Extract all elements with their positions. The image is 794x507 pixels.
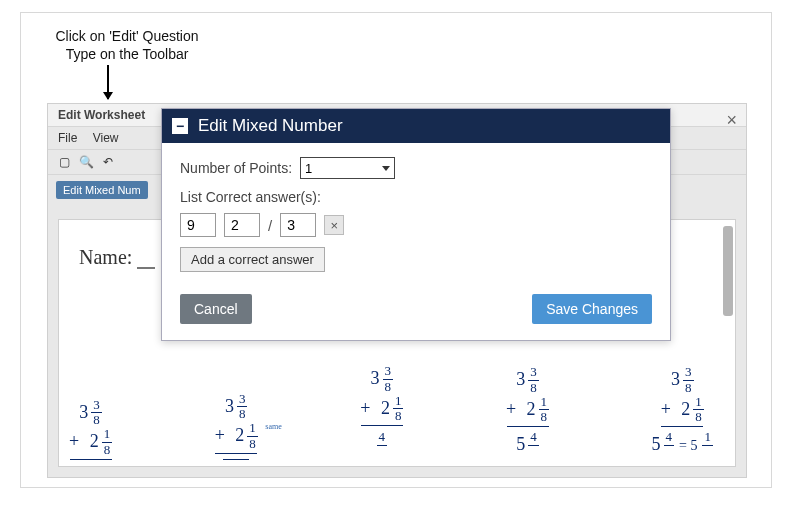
close-icon[interactable]: × — [726, 110, 737, 131]
points-row: Number of Points: — [180, 157, 652, 179]
cancel-button[interactable]: Cancel — [180, 294, 252, 324]
menu-view[interactable]: View — [93, 131, 119, 145]
answer-numerator-input[interactable] — [224, 213, 260, 237]
page-frame: Click on 'Edit' Question Type on the Too… — [20, 12, 772, 488]
annot-top: Click on 'Edit' Question Type on the Too… — [37, 27, 217, 63]
answer-row: / × — [180, 213, 652, 237]
modal-body: Number of Points: List Correct answer(s)… — [162, 143, 670, 284]
undo-icon[interactable]: ↶ — [100, 154, 116, 170]
answer-whole-input[interactable] — [180, 213, 216, 237]
zoom-icon[interactable]: 🔍 — [78, 154, 94, 170]
problem-3: 3 38 + 2 18 4 — [360, 364, 403, 460]
problem-1: 3 38 + 2 18 — [69, 398, 112, 460]
add-answer-button[interactable]: Add a correct answer — [180, 247, 325, 272]
save-button[interactable]: Save Changes — [532, 294, 652, 324]
active-tool-badge[interactable]: Edit Mixed Num — [56, 181, 148, 199]
tiny-label: same — [265, 423, 281, 432]
modal-title: Edit Mixed Number — [198, 116, 343, 136]
points-label: Number of Points: — [180, 160, 292, 176]
fraction-slash: / — [268, 217, 272, 234]
menu-file[interactable]: File — [58, 131, 77, 145]
remove-answer-button[interactable]: × — [324, 215, 344, 235]
problem-5: 3 38 + 2 18 5 4 = 5 1 — [652, 365, 713, 460]
modal-footer: Cancel Save Changes — [162, 284, 670, 340]
arrow-down-icon — [107, 65, 109, 99]
worksheet-name-label: Name: — [79, 246, 155, 269]
problem-4: 3 38 + 2 18 5 4 — [506, 365, 549, 460]
problem-2: 3 38 + 2 18 same — [215, 392, 258, 460]
points-select[interactable] — [300, 157, 395, 179]
preview-icon[interactable]: ▢ — [56, 154, 72, 170]
answers-label: List Correct answer(s): — [180, 189, 652, 205]
scrollbar-thumb[interactable] — [723, 226, 733, 316]
collapse-icon[interactable]: − — [172, 118, 188, 134]
problems-row: 3 38 + 2 18 3 38 + — [69, 348, 713, 460]
modal-header: − Edit Mixed Number — [162, 109, 670, 143]
edit-modal: − Edit Mixed Number Number of Points: Li… — [161, 108, 671, 341]
answer-denominator-input[interactable] — [280, 213, 316, 237]
